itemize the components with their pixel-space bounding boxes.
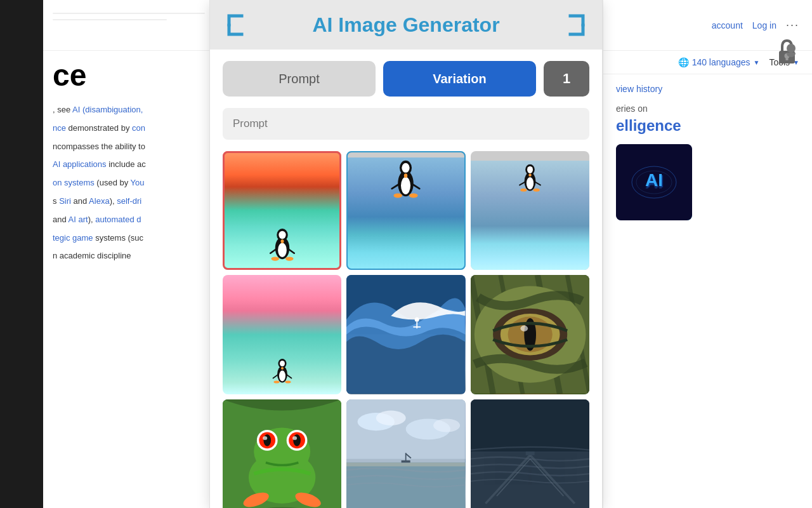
svg-point-57 <box>293 434 301 446</box>
image-cell-6[interactable] <box>471 275 589 394</box>
svg-point-25 <box>520 189 527 192</box>
lock-icon-container <box>774 38 799 67</box>
prompt-input-container <box>210 108 602 151</box>
svg-rect-72 <box>471 399 589 451</box>
svg-point-17 <box>409 194 418 198</box>
wiki-tegic-link[interactable]: tegic game <box>53 233 93 243</box>
image-ocean <box>346 399 465 508</box>
wiki-view-history-link[interactable]: view history <box>616 84 799 94</box>
image-penguin-sunset <box>223 151 341 270</box>
svg-point-21 <box>527 166 533 173</box>
lock-icon <box>774 38 799 67</box>
image-cell-7[interactable] <box>223 399 341 508</box>
svg-line-14 <box>392 184 399 189</box>
svg-line-5 <box>270 250 276 253</box>
penguin-icon-1 <box>266 225 298 267</box>
image-penguin-mountain <box>471 161 589 270</box>
svg-point-47 <box>520 326 528 331</box>
image-cell-5[interactable] <box>346 275 465 394</box>
image-penguin-pink <box>223 275 341 394</box>
svg-line-6 <box>289 250 294 253</box>
image-cell-2[interactable] <box>346 151 465 270</box>
view-history-text: view history <box>616 84 662 94</box>
tiger-eye-svg <box>471 275 589 394</box>
bracket-right-icon <box>561 11 589 39</box>
svg-point-78 <box>787 44 796 53</box>
svg-point-4 <box>280 239 284 243</box>
svg-line-32 <box>273 375 277 378</box>
svg-line-24 <box>535 182 540 185</box>
chevron-down-icon: ▼ <box>754 59 760 66</box>
svg-point-22 <box>528 173 532 177</box>
svg-text:AI: AI <box>645 170 663 190</box>
svg-point-26 <box>533 189 539 192</box>
svg-line-15 <box>413 184 420 189</box>
wiki-self-dri-link[interactable]: self-dri <box>117 196 141 206</box>
image-penguin-blue <box>346 157 465 270</box>
wiki-con-link[interactable]: con <box>132 123 145 133</box>
wiki-you-link[interactable]: You <box>131 178 145 187</box>
svg-point-13 <box>404 173 407 178</box>
svg-point-34 <box>273 380 279 383</box>
wiki-series-image: AI AI AI <box>616 144 692 220</box>
wiki-lang-selector[interactable]: 🌐 140 languages ▼ <box>678 57 760 67</box>
svg-point-12 <box>402 163 410 173</box>
wiki-alexa-link[interactable]: Alexa <box>89 196 110 206</box>
wiki-ai-apps-link[interactable]: AI applications <box>53 159 107 169</box>
image-cell-4[interactable] <box>223 275 341 394</box>
penguin-icon-4 <box>270 354 295 389</box>
wiki-more-button[interactable]: ··· <box>786 18 799 32</box>
svg-point-8 <box>285 257 294 261</box>
panel-title: AI Image Generator <box>251 13 561 37</box>
left-sidebar <box>0 0 43 508</box>
ocean-svg <box>346 399 465 508</box>
wiki-header-line-2 <box>53 19 167 20</box>
svg-point-58 <box>292 436 297 440</box>
wiki-ai-art-link[interactable]: AI art <box>69 215 88 224</box>
image-cell-9[interactable] <box>471 399 589 508</box>
svg-point-30 <box>280 361 285 366</box>
wiki-series-on-text: eries on <box>616 104 799 114</box>
wiki-login-link[interactable]: Log in <box>752 20 776 30</box>
image-cell-1[interactable] <box>223 151 341 270</box>
svg-point-54 <box>263 436 267 440</box>
svg-rect-69 <box>402 460 410 463</box>
ai-brain-icon: AI AI AI <box>616 144 692 220</box>
wiki-on-systems-link[interactable]: on systems <box>53 178 95 187</box>
globe-icon: 🌐 <box>678 57 689 67</box>
penguin-icon-2 <box>388 157 423 205</box>
lang-count-text: 140 languages <box>692 57 750 67</box>
wiki-header-line-1 <box>53 13 205 14</box>
frog-svg <box>223 399 341 508</box>
series-on-label: eries on <box>616 104 648 114</box>
svg-rect-74 <box>525 451 534 455</box>
svg-point-53 <box>263 434 271 446</box>
prompt-button[interactable]: Prompt <box>223 61 376 97</box>
wiki-nce-link[interactable]: nce <box>53 123 66 133</box>
svg-point-10 <box>401 177 410 194</box>
image-cell-3[interactable] <box>471 151 589 270</box>
svg-point-31 <box>281 367 284 370</box>
svg-point-64 <box>376 410 406 425</box>
svg-point-66 <box>433 418 460 432</box>
variation-button[interactable]: Variation <box>383 61 536 97</box>
wiki-automated-link[interactable]: automated d <box>95 215 141 224</box>
svg-point-1 <box>278 243 287 258</box>
wiki-account-link[interactable]: account <box>712 20 743 30</box>
svg-point-28 <box>279 370 285 381</box>
image-wave <box>346 275 465 394</box>
wiki-ai-disambiguation-link[interactable]: AI (disambiguation, <box>72 105 143 114</box>
svg-point-35 <box>285 380 291 383</box>
prompt-input[interactable] <box>223 108 589 140</box>
image-cell-8[interactable] <box>346 399 465 508</box>
ai-image-generator-panel: AI Image Generator Prompt Variation 1 <box>209 0 603 508</box>
wiki-siri-link[interactable]: Siri <box>59 196 71 206</box>
svg-point-7 <box>271 257 279 261</box>
number-button[interactable]: 1 <box>544 61 589 97</box>
image-tiger-eye <box>471 275 589 394</box>
panel-header: AI Image Generator <box>210 0 602 50</box>
dark-ocean-svg <box>471 399 589 508</box>
penguin-icon-3 <box>516 161 544 199</box>
svg-point-38 <box>415 318 419 322</box>
svg-point-3 <box>278 231 285 239</box>
